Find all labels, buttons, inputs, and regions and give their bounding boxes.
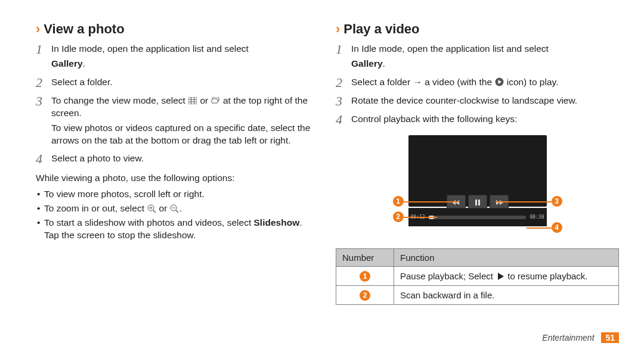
callout-dot: 2 [360,290,370,301]
step: 3To change the view mode, select or at t… [36,95,319,149]
step: 1In Idle mode, open the application list… [36,43,319,73]
step-body: Control playback with the following keys… [351,113,619,128]
step-number: 1 [336,43,351,73]
step-number: 3 [36,95,51,149]
leader-line [527,228,552,229]
step-body: Select a folder → a video (with the icon… [351,76,619,91]
step-number: 1 [36,43,51,73]
row-function-cell: Pause playback; Select to resume playbac… [394,266,619,285]
table-row: 2Scan backward in a file. [336,285,619,304]
step-body: To change the view mode, select or at th… [51,95,319,149]
step-number: 2 [336,76,351,91]
progress-track[interactable] [429,216,527,219]
after-steps-text: While viewing a photo, use the following… [36,172,319,185]
step: 1In Idle mode, open the application list… [336,43,619,73]
svg-rect-16 [478,200,480,205]
chevron-icon: › [36,21,40,37]
function-table: Number Function 1Pause playback; Select … [336,248,619,305]
right-column: › Play a video 1In Idle mode, open the a… [336,21,619,313]
function-tbody: 1Pause playback; Select to resume playba… [336,266,619,304]
callout-4: 4 [552,222,562,233]
table-row: 1Pause playback; Select to resume playba… [336,266,619,285]
step: 3Rotate the device counter-clockwise to … [336,95,619,110]
left-column: › View a photo 1In Idle mode, open the a… [36,21,319,313]
play-video-steps: 1In Idle mode, open the application list… [336,43,619,128]
svg-line-13 [176,210,178,213]
row-number-cell: 1 [336,266,394,285]
step-body: Rotate the device counter-clockwise to l… [351,95,619,110]
step-number: 4 [36,152,51,167]
stack-icon [211,96,221,105]
options-list: To view more photos, scroll left or righ… [36,188,319,242]
heading-text: Play a video [343,21,419,37]
step-number: 4 [336,113,351,128]
row-number-cell: 2 [336,285,394,304]
th-function: Function [394,248,619,266]
step-body: Select a folder. [51,76,319,91]
step-number: 2 [36,76,51,91]
list-item: To view more photos, scroll left or righ… [36,188,319,201]
svg-rect-0 [188,97,197,104]
step: 2Select a folder. [36,76,319,91]
list-item: To zoom in or out, select or . [36,202,319,215]
total-time: 00:30 [527,214,546,220]
page-number: 51 [601,332,619,343]
step-body: In Idle mode, open the application list … [51,43,319,73]
svg-rect-15 [475,200,477,205]
leader-line [404,201,460,202]
view-photo-steps: 1In Idle mode, open the application list… [36,43,319,167]
callout-2: 2 [393,211,404,222]
heading-text: View a photo [44,21,124,37]
callout-3: 3 [552,196,562,207]
leader-line [404,217,437,218]
section-name: Entertainment [542,333,594,342]
grid-icon [188,96,197,105]
step-body: In Idle mode, open the application list … [351,43,619,73]
heading-view-photo: › View a photo [36,21,319,37]
row-function-cell: Scan backward in a file. [394,285,619,304]
video-diagram: 00:12 00:30 1 2 3 4 [388,135,567,240]
zoom-out-icon [170,204,179,213]
step-body: Select a photo to view. [51,152,319,167]
page: › View a photo 1In Idle mode, open the a… [0,0,644,320]
leader-line [496,201,552,202]
step: 4Select a photo to view. [36,152,319,167]
th-number: Number [336,248,394,266]
callout-dot: 1 [360,271,370,282]
chevron-icon: › [336,21,340,37]
step-number: 3 [336,95,351,110]
zoom-in-icon [147,204,156,213]
step: 2Select a folder → a video (with the ico… [336,76,619,91]
svg-line-10 [153,210,156,213]
step: 4Control playback with the following key… [336,113,619,128]
play-disc-icon [494,78,504,86]
heading-play-video: › Play a video [336,21,619,37]
callout-1: 1 [393,196,404,207]
play-icon [496,272,505,281]
list-item: To start a slideshow with photos and vid… [36,217,319,242]
page-footer: Entertainment 51 [542,332,619,343]
svg-rect-6 [212,99,218,103]
